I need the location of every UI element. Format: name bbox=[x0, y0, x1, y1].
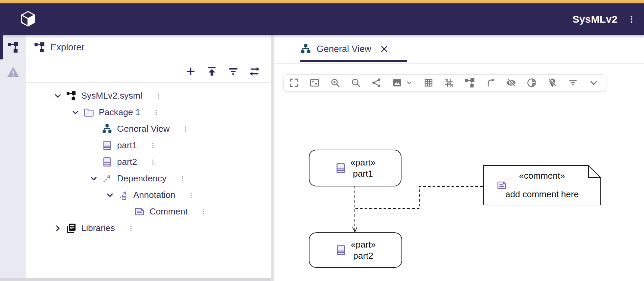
kebab-menu-icon[interactable] bbox=[155, 91, 162, 101]
tree-item-sysmlv2-sysml[interactable]: SysMLv2.sysml bbox=[26, 87, 271, 104]
tree-icon bbox=[34, 42, 45, 53]
tree-item-label: Libraries bbox=[81, 223, 115, 233]
part-icon bbox=[335, 245, 347, 256]
model-tree: SysMLv2.sysml Package 1 General View bbox=[26, 83, 271, 236]
explorer-header: Explorer bbox=[26, 35, 271, 60]
kebab-menu-icon[interactable] bbox=[153, 107, 160, 118]
tree-item-package-1[interactable]: Package 1 bbox=[26, 104, 271, 121]
tree-item-dependency[interactable]: Dependency bbox=[26, 170, 271, 187]
active-tab-underline bbox=[300, 60, 407, 62]
tree-item-part2[interactable]: part2 bbox=[26, 154, 271, 170]
kebab-menu-icon[interactable] bbox=[200, 207, 207, 217]
diagram-canvas-panel: General View bbox=[274, 35, 644, 281]
kebab-menu-icon[interactable] bbox=[127, 223, 135, 233]
package-folder-icon bbox=[84, 107, 94, 118]
explorer-title: Explorer bbox=[50, 42, 85, 53]
tree-icon bbox=[7, 41, 19, 53]
tree-item-part1[interactable]: part1 bbox=[26, 137, 271, 154]
part-icon bbox=[335, 162, 346, 174]
kebab-menu-icon[interactable] bbox=[149, 157, 157, 167]
rail-item-explorer[interactable] bbox=[0, 35, 26, 59]
kebab-menu-icon[interactable] bbox=[149, 140, 157, 151]
tree-item-general-view[interactable]: General View bbox=[26, 121, 271, 137]
plus-icon[interactable] bbox=[184, 65, 197, 78]
part-icon bbox=[102, 157, 112, 167]
dependency-arrowhead bbox=[352, 227, 357, 232]
node-stereotype: «part» bbox=[351, 239, 376, 250]
chevron-down-icon[interactable] bbox=[53, 91, 63, 101]
node-name: part1 bbox=[350, 168, 375, 179]
filter-icon[interactable] bbox=[227, 65, 239, 78]
dependency-icon bbox=[102, 173, 112, 184]
header-menu-button[interactable] bbox=[627, 12, 636, 26]
swap-arrows-icon[interactable] bbox=[248, 65, 261, 78]
warning-icon bbox=[6, 65, 20, 79]
diagram-node-part2[interactable]: «part» part2 bbox=[309, 232, 402, 268]
tab-bar: General View bbox=[274, 35, 644, 63]
kebab-menu-icon[interactable] bbox=[182, 124, 189, 134]
active-indicator bbox=[0, 35, 3, 59]
diagram-node-comment[interactable]: «comment» add comment here bbox=[483, 165, 601, 205]
kebab-menu-icon[interactable] bbox=[187, 190, 195, 200]
node-stereotype: «part» bbox=[350, 157, 375, 168]
sysml-file-icon bbox=[66, 91, 76, 101]
tree-item-comment[interactable]: Comment bbox=[26, 203, 271, 220]
panel-splitter[interactable] bbox=[271, 35, 274, 281]
tree-item-label: General View bbox=[117, 124, 170, 134]
tab-general-view[interactable]: General View bbox=[300, 35, 389, 63]
node-name: part2 bbox=[351, 250, 376, 261]
app-title: SysMLv2 bbox=[572, 14, 618, 25]
comment-body-text: add comment here bbox=[483, 189, 601, 200]
comment-icon bbox=[134, 206, 145, 217]
tab-label: General View bbox=[317, 44, 371, 54]
tree-item-annotation[interactable]: Annotation bbox=[26, 187, 271, 203]
part-icon bbox=[102, 140, 112, 151]
explorer-toolbar bbox=[26, 60, 271, 83]
cube-logo-icon bbox=[20, 10, 36, 28]
node-stereotype: «comment» bbox=[483, 171, 601, 181]
tree-item-label: Dependency bbox=[117, 173, 166, 184]
kebab-menu-icon bbox=[627, 12, 636, 26]
tree-item-label: SysMLv2.sysml bbox=[81, 91, 142, 101]
accent-strip bbox=[0, 0, 644, 3]
annotation-icon bbox=[118, 190, 129, 200]
diagram-node-part1[interactable]: «part» part1 bbox=[309, 150, 401, 186]
diagram-sheet[interactable]: «part» part1 «part» part2 «comment» bbox=[274, 63, 644, 281]
tree-item-label: part2 bbox=[117, 157, 137, 167]
chevron-right-icon[interactable] bbox=[53, 224, 63, 233]
close-icon[interactable] bbox=[380, 44, 389, 54]
tree-item-label: Comment bbox=[150, 206, 188, 217]
upload-icon[interactable] bbox=[206, 65, 218, 78]
diagram-icon bbox=[300, 44, 311, 54]
tree-item-label: Package 1 bbox=[99, 107, 140, 118]
annotation-edge bbox=[355, 186, 483, 208]
chevron-down-icon[interactable] bbox=[71, 108, 80, 117]
kebab-menu-icon[interactable] bbox=[179, 174, 186, 184]
libraries-icon bbox=[66, 223, 76, 233]
rail-item-problems[interactable] bbox=[0, 59, 26, 84]
tree-item-label: part1 bbox=[117, 140, 137, 151]
explorer-panel: Explorer SysMLv2.sysm bbox=[26, 35, 271, 281]
diagram-icon bbox=[102, 124, 112, 134]
activity-rail bbox=[0, 35, 26, 281]
chevron-down-icon[interactable] bbox=[105, 190, 115, 200]
chevron-down-icon[interactable] bbox=[89, 174, 98, 183]
tree-item-label: Annotation bbox=[133, 190, 175, 200]
tree-item-libraries[interactable]: Libraries bbox=[26, 220, 271, 236]
horizontal-scrollbar[interactable] bbox=[0, 278, 271, 281]
app-header: SysMLv2 bbox=[0, 3, 644, 35]
